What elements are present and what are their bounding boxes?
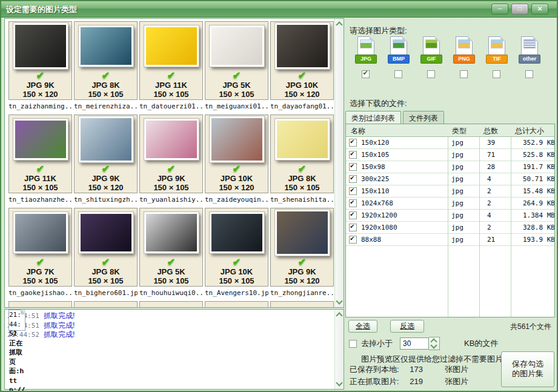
thumbnail-frame bbox=[144, 22, 199, 70]
thumbnail-tile[interactable]: ✔ JPG 7K 150 × 105 bbox=[8, 208, 72, 287]
thumbnail-tile[interactable]: ✔ JPG 9K 150 × 120 bbox=[74, 115, 138, 193]
filetype-banner: GIF bbox=[420, 55, 442, 64]
check-icon: ✔ bbox=[36, 70, 44, 81]
saved-unit: 张图片 bbox=[445, 365, 468, 374]
tile-size-label: 150 × 120 bbox=[284, 90, 319, 99]
thumbnail-frame bbox=[13, 208, 68, 257]
row-size: 352.9 KB bbox=[519, 139, 554, 147]
filetype-banner: TIF bbox=[486, 55, 508, 64]
thumbnail-tile[interactable]: ✔ JPG 5K 150 × 105 bbox=[205, 21, 268, 100]
select-all-button[interactable]: 全选 bbox=[348, 320, 377, 333]
table-row[interactable]: 150x110 jpg 2 15.48 KB bbox=[346, 185, 554, 198]
log-scrollbar[interactable] bbox=[334, 310, 344, 389]
saved-status-line: 已保存到本地: 173 张图片 bbox=[350, 364, 468, 375]
thumbnail-tile[interactable]: ✔ JPG 9K 150 × 120 bbox=[8, 21, 72, 100]
tile-size-label: 150 × 120 bbox=[88, 183, 123, 192]
thumbnail-tile[interactable]: ✔ JPG 5K 150 × 105 bbox=[139, 208, 203, 287]
row-type: jpg bbox=[447, 163, 483, 171]
row-checkbox[interactable] bbox=[349, 199, 357, 207]
filetype-checkbox[interactable] bbox=[394, 70, 402, 78]
thumbnail-frame bbox=[144, 115, 199, 164]
tile-filename: tn_meiguanxi01... bbox=[205, 100, 268, 115]
tile-filename: tn_shituxingzh... bbox=[74, 193, 138, 208]
size-threshold-spinner[interactable] bbox=[429, 337, 440, 350]
tab-file-list[interactable]: 文件列表 bbox=[403, 111, 444, 124]
size-threshold-input[interactable] bbox=[400, 337, 429, 350]
table-row[interactable]: 1920x1080 jpg 2 328.8 KB bbox=[346, 222, 554, 234]
table-row[interactable]: 300x225 jpg 4 50.71 KB bbox=[346, 173, 554, 185]
row-count: 2 bbox=[483, 224, 519, 231]
size-filter-row: 去掉小于 KB的文件 bbox=[349, 337, 498, 350]
thumbnail-panel: ✔ JPG 9K 150 × 120 tn_zaizhanming... ✔ J… bbox=[4, 18, 344, 308]
table-row[interactable]: 150x98 jpg 28 191.7 KB bbox=[346, 161, 554, 173]
thumbnail-tile[interactable]: ✔ JPG 9K 150 × 105 bbox=[139, 115, 203, 193]
tile-size-label: 150 × 120 bbox=[22, 90, 58, 99]
tile-format-label: JPG 9K bbox=[157, 174, 185, 183]
tile-size-label: 150 × 120 bbox=[284, 276, 319, 285]
filetype-icon[interactable]: PNG bbox=[452, 36, 475, 65]
thumbnail-tile[interactable]: ✔ JPG 8K 150 × 105 bbox=[74, 21, 138, 100]
scroll-down-icon[interactable] bbox=[336, 297, 342, 304]
thumbnail-tile[interactable]: ✔ JPG 8K 150 × 105 bbox=[74, 208, 138, 287]
thumbnail-image bbox=[210, 25, 264, 67]
table-row[interactable]: 150x120 jpg 39 352.9 KB bbox=[346, 137, 554, 149]
row-name: 150x120 bbox=[357, 139, 447, 147]
size-filter-checkbox[interactable] bbox=[349, 340, 357, 348]
row-size: 193.9 KB bbox=[519, 236, 554, 244]
minimize-button[interactable]: ─ bbox=[491, 4, 508, 15]
tile-size-label: 150 × 120 bbox=[219, 183, 254, 192]
row-type: jpg bbox=[447, 236, 483, 244]
tile-filename: tn_tiaozhanzhe... bbox=[8, 193, 72, 208]
scroll-up-icon[interactable] bbox=[336, 312, 342, 319]
scroll-up-icon[interactable] bbox=[336, 21, 342, 28]
row-checkbox[interactable] bbox=[349, 211, 357, 219]
column-divider bbox=[448, 124, 448, 317]
close-button[interactable]: ✕ bbox=[531, 4, 548, 15]
table-row[interactable]: 1024x768 jpg 2 264.9 KB bbox=[346, 198, 554, 210]
tile-filename: tn_zaizhanming... bbox=[8, 100, 72, 115]
table-row[interactable]: 88x88 jpg 21 193.9 KB bbox=[346, 234, 554, 246]
filetype-checkbox[interactable] bbox=[460, 70, 468, 78]
filetype-checkbox[interactable] bbox=[427, 70, 435, 78]
filetype-icon[interactable]: TIF bbox=[485, 36, 508, 65]
row-count: 4 bbox=[483, 211, 519, 219]
filetype-checkbox[interactable] bbox=[493, 70, 500, 78]
thumbnail-tile[interactable]: ✔ JPG 10K 150 × 120 bbox=[205, 115, 268, 193]
filetype-checkbox[interactable] bbox=[362, 70, 370, 78]
thumbnail-tile[interactable]: ✔ JPG 8K 150 × 105 bbox=[270, 115, 334, 193]
tile-filename: tn_meirenzhiza... bbox=[74, 100, 138, 115]
filetype-icon[interactable]: GIF bbox=[419, 36, 442, 65]
table-row[interactable]: 1920x1200 jpg 4 1.384 MB bbox=[346, 210, 554, 222]
filetype-icon[interactable]: JPG bbox=[354, 36, 377, 65]
log-message: 正在抓取页面:http://www.yumi.com/member/logout bbox=[9, 339, 25, 390]
row-checkbox[interactable] bbox=[349, 175, 357, 183]
maximize-button[interactable]: □ bbox=[511, 4, 528, 15]
row-checkbox[interactable] bbox=[349, 236, 357, 244]
scroll-down-icon[interactable] bbox=[336, 379, 342, 386]
table-row[interactable]: 150x105 jpg 71 525.8 KB bbox=[346, 149, 554, 161]
save-checked-button[interactable]: 保存勾选 的图片集 bbox=[501, 351, 554, 387]
thumbnail-tile[interactable]: ✔ JPG 9K 150 × 120 bbox=[270, 208, 334, 287]
row-checkbox[interactable] bbox=[349, 163, 357, 171]
filetype-banner: JPG bbox=[355, 55, 377, 64]
titlebar[interactable]: 设定需要的图片类型 ─ □ ✕ bbox=[1, 1, 557, 18]
thumbnail-tile[interactable]: ✔ JPG 10K 150 × 105 bbox=[205, 208, 268, 287]
row-checkbox[interactable] bbox=[349, 187, 357, 195]
thumbnail-tile[interactable]: ✔ JPG 11K 150 × 105 bbox=[8, 115, 72, 193]
filetype-banner: BMP bbox=[388, 55, 410, 64]
row-size: 328.8 KB bbox=[519, 224, 554, 231]
tile-filename: tn_dayaofang01... bbox=[270, 100, 334, 115]
filetype-icon[interactable]: other bbox=[517, 36, 540, 65]
grid-scrollbar[interactable] bbox=[334, 19, 344, 307]
thumbnail-tile[interactable]: ✔ JPG 10K 150 × 120 bbox=[270, 21, 334, 100]
row-size: 525.8 KB bbox=[519, 151, 554, 159]
row-checkbox[interactable] bbox=[349, 151, 357, 159]
thumbnail-frame bbox=[210, 115, 264, 164]
invert-select-button[interactable]: 反选 bbox=[390, 320, 424, 333]
log-time: 21:44:52 bbox=[9, 311, 21, 337]
row-checkbox[interactable] bbox=[349, 139, 357, 147]
row-checkbox[interactable] bbox=[349, 224, 357, 231]
filetype-icon[interactable]: BMP bbox=[387, 36, 410, 65]
thumbnail-tile[interactable]: ✔ JPG 11K 150 × 105 bbox=[139, 21, 203, 100]
filetype-checkbox[interactable] bbox=[525, 70, 533, 78]
